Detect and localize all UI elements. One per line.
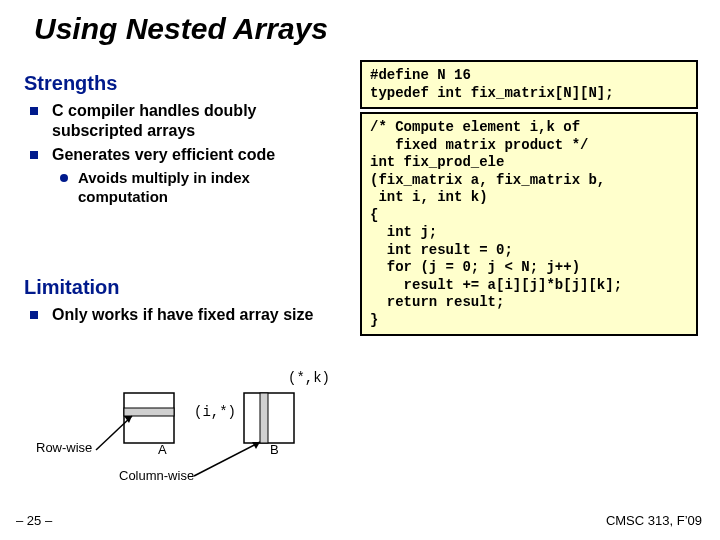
col-coord-label: (*,k) (288, 370, 330, 386)
list-item: Only works if have fixed array size (46, 305, 344, 325)
svg-line-6 (194, 442, 260, 476)
list-item: Avoids multiply in index computation (74, 169, 344, 207)
list-item: C compiler handles doubly subscripted ar… (46, 101, 344, 141)
course-id: CMSC 313, F’09 (606, 513, 702, 528)
slide-title: Using Nested Arrays (34, 12, 328, 46)
row-wise-label: Row-wise (36, 440, 92, 455)
code-block-function: /* Compute element i,k of fixed matrix p… (360, 112, 698, 336)
matrix-a-label: A (158, 442, 167, 457)
limitation-list: Only works if have fixed array size (24, 305, 344, 325)
svg-rect-0 (124, 393, 174, 443)
list-item: Generates very efficient code Avoids mul… (46, 145, 344, 207)
limitation-section: Limitation Only works if have fixed arra… (24, 276, 344, 329)
matrix-b-label: B (270, 442, 279, 457)
svg-line-4 (96, 416, 132, 450)
list-item-text: Generates very efficient code (52, 146, 275, 163)
column-wise-label: Column-wise (119, 468, 194, 483)
svg-rect-1 (124, 408, 174, 416)
strengths-section: Strengths C compiler handles doubly subs… (24, 72, 344, 211)
strengths-heading: Strengths (24, 72, 344, 95)
row-coord-label: (i,*) (194, 404, 236, 420)
svg-rect-2 (244, 393, 294, 443)
strengths-sublist: Avoids multiply in index computation (52, 169, 344, 207)
code-block-typedef: #define N 16 typedef int fix_matrix[N][N… (360, 60, 698, 109)
slide-number: – 25 – (16, 513, 52, 528)
limitation-heading: Limitation (24, 276, 344, 299)
strengths-list: C compiler handles doubly subscripted ar… (24, 101, 344, 207)
svg-rect-3 (260, 393, 268, 443)
matrix-diagram: (*,k) (i,*) A B Row-wise Column-wise (24, 348, 344, 498)
